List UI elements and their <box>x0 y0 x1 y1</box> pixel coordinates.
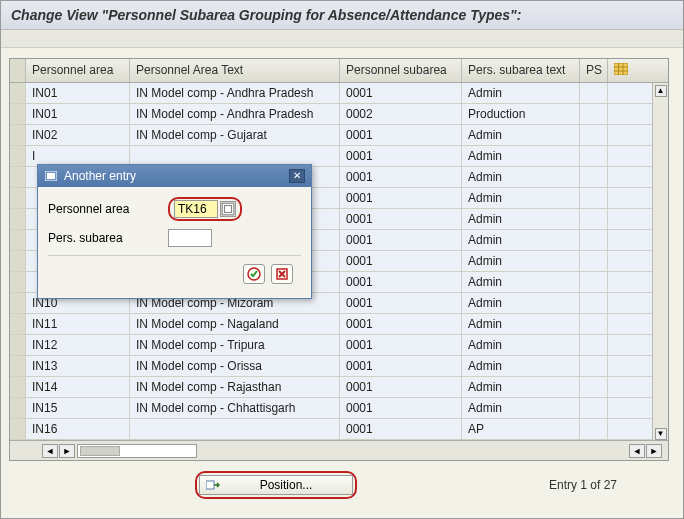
cell-personnel-area[interactable]: IN14 <box>26 377 130 397</box>
cell-personnel-subarea[interactable]: 0001 <box>340 188 462 208</box>
confirm-button[interactable] <box>243 264 265 284</box>
cell-personnel-subarea[interactable]: 0001 <box>340 83 462 103</box>
row-selector[interactable] <box>10 314 26 334</box>
row-selector[interactable] <box>10 209 26 229</box>
cell-ps-grouping[interactable] <box>580 377 608 397</box>
scroll-right-icon[interactable]: ► <box>59 444 75 458</box>
cell-ps-grouping[interactable] <box>580 188 608 208</box>
cell-personnel-subarea[interactable]: 0001 <box>340 419 462 439</box>
scroll-left-end-icon[interactable]: ◄ <box>629 444 645 458</box>
cell-ps-grouping[interactable] <box>580 230 608 250</box>
cell-personnel-area[interactable]: IN15 <box>26 398 130 418</box>
cell-pers-subarea-text: Production <box>462 104 580 124</box>
scroll-up-icon[interactable]: ▲ <box>655 85 667 97</box>
table-row[interactable]: IN12IN Model comp - Tripura0001Admin <box>10 335 652 356</box>
cell-personnel-area-text: IN Model comp - Rajasthan <box>130 377 340 397</box>
cell-personnel-area[interactable]: IN01 <box>26 104 130 124</box>
scroll-right-end-icon[interactable]: ► <box>646 444 662 458</box>
row-selector[interactable] <box>10 188 26 208</box>
vertical-scrollbar[interactable]: ▲ ▼ <box>652 83 668 440</box>
cell-personnel-area[interactable]: IN16 <box>26 419 130 439</box>
cell-ps-grouping[interactable] <box>580 146 608 166</box>
scroll-left-icon[interactable]: ◄ <box>42 444 58 458</box>
col-header-personnel-area-text[interactable]: Personnel Area Text <box>130 59 340 82</box>
cell-personnel-subarea[interactable]: 0001 <box>340 314 462 334</box>
cell-personnel-area[interactable]: IN02 <box>26 125 130 145</box>
cell-personnel-area[interactable]: IN01 <box>26 83 130 103</box>
cell-ps-grouping[interactable] <box>580 398 608 418</box>
cell-personnel-subarea[interactable]: 0001 <box>340 398 462 418</box>
dialog-title-icon <box>44 170 58 182</box>
table-row[interactable]: IN13IN Model comp - Orissa0001Admin <box>10 356 652 377</box>
cell-personnel-subarea[interactable]: 0001 <box>340 293 462 313</box>
position-icon <box>206 479 220 491</box>
cell-personnel-subarea[interactable]: 0001 <box>340 230 462 250</box>
cell-ps-grouping[interactable] <box>580 104 608 124</box>
row-selector[interactable] <box>10 293 26 313</box>
row-selector[interactable] <box>10 419 26 439</box>
cell-personnel-area[interactable]: IN12 <box>26 335 130 355</box>
position-button[interactable]: Position... <box>199 475 353 495</box>
cell-ps-grouping[interactable] <box>580 83 608 103</box>
row-selector[interactable] <box>10 356 26 376</box>
row-selector[interactable] <box>10 167 26 187</box>
cell-ps-grouping[interactable] <box>580 335 608 355</box>
cell-personnel-subarea[interactable]: 0001 <box>340 335 462 355</box>
cell-personnel-subarea[interactable]: 0001 <box>340 272 462 292</box>
col-header-pers-subarea-text[interactable]: Pers. subarea text <box>462 59 580 82</box>
dialog-separator <box>48 255 301 256</box>
cell-personnel-subarea[interactable]: 0001 <box>340 167 462 187</box>
h-scrollbar-thumb[interactable] <box>80 446 120 456</box>
h-scrollbar[interactable] <box>77 444 197 458</box>
col-header-personnel-area[interactable]: Personnel area <box>26 59 130 82</box>
cancel-button[interactable] <box>271 264 293 284</box>
pers-subarea-input[interactable] <box>168 229 212 247</box>
table-row[interactable]: IN160001AP <box>10 419 652 440</box>
col-header-ps-grouping[interactable]: PS <box>580 59 608 82</box>
table-row[interactable]: IN01IN Model comp - Andhra Pradesh0002Pr… <box>10 104 652 125</box>
col-header-personnel-subarea[interactable]: Personnel subarea <box>340 59 462 82</box>
value-help-icon[interactable] <box>220 201 236 217</box>
row-selector[interactable] <box>10 251 26 271</box>
cell-ps-grouping[interactable] <box>580 314 608 334</box>
table-row[interactable]: IN02IN Model comp - Gujarat0001Admin <box>10 125 652 146</box>
grid-footer: ◄ ► ◄ ► <box>10 440 668 460</box>
close-icon[interactable]: ✕ <box>289 169 305 183</box>
cell-ps-grouping[interactable] <box>580 419 608 439</box>
table-row[interactable]: IN11IN Model comp - Nagaland0001Admin <box>10 314 652 335</box>
cell-pers-subarea-text: Admin <box>462 125 580 145</box>
table-row[interactable]: IN01IN Model comp - Andhra Pradesh0001Ad… <box>10 83 652 104</box>
cell-personnel-subarea[interactable]: 0001 <box>340 209 462 229</box>
cell-ps-grouping[interactable] <box>580 251 608 271</box>
personnel-area-input[interactable] <box>174 200 218 218</box>
cell-ps-grouping[interactable] <box>580 293 608 313</box>
cell-personnel-subarea[interactable]: 0001 <box>340 377 462 397</box>
cell-personnel-area[interactable]: IN11 <box>26 314 130 334</box>
cell-personnel-subarea[interactable]: 0002 <box>340 104 462 124</box>
row-selector[interactable] <box>10 125 26 145</box>
row-selector[interactable] <box>10 272 26 292</box>
row-selector[interactable] <box>10 83 26 103</box>
row-selector[interactable] <box>10 377 26 397</box>
cell-personnel-subarea[interactable]: 0001 <box>340 356 462 376</box>
grid-config-icon[interactable] <box>608 59 632 82</box>
cell-ps-grouping[interactable] <box>580 272 608 292</box>
row-selector[interactable] <box>10 146 26 166</box>
cell-personnel-area[interactable]: IN13 <box>26 356 130 376</box>
dialog-titlebar[interactable]: Another entry ✕ <box>38 165 311 187</box>
table-row[interactable]: IN14IN Model comp - Rajasthan0001Admin <box>10 377 652 398</box>
cell-ps-grouping[interactable] <box>580 356 608 376</box>
table-row[interactable]: IN15IN Model comp - Chhattisgarh0001Admi… <box>10 398 652 419</box>
cell-ps-grouping[interactable] <box>580 167 608 187</box>
cell-ps-grouping[interactable] <box>580 209 608 229</box>
row-selector[interactable] <box>10 398 26 418</box>
scroll-down-icon[interactable]: ▼ <box>655 428 667 440</box>
cell-personnel-area[interactable]: I <box>26 146 130 166</box>
cell-personnel-subarea[interactable]: 0001 <box>340 146 462 166</box>
row-selector[interactable] <box>10 335 26 355</box>
cell-ps-grouping[interactable] <box>580 125 608 145</box>
row-selector[interactable] <box>10 230 26 250</box>
row-selector[interactable] <box>10 104 26 124</box>
cell-personnel-subarea[interactable]: 0001 <box>340 251 462 271</box>
cell-personnel-subarea[interactable]: 0001 <box>340 125 462 145</box>
